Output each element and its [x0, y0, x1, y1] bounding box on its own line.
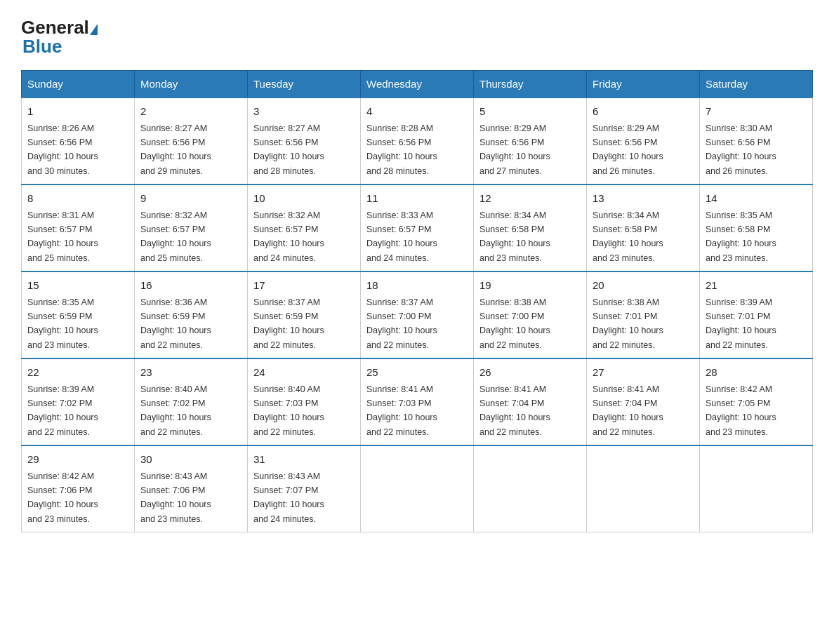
- calendar-day-cell: 10Sunrise: 8:32 AMSunset: 6:57 PMDayligh…: [248, 185, 361, 271]
- day-number: 29: [27, 452, 128, 468]
- calendar-day-cell: 2Sunrise: 8:27 AMSunset: 6:56 PMDaylight…: [135, 98, 248, 184]
- calendar-day-cell: 15Sunrise: 8:35 AMSunset: 6:59 PMDayligh…: [22, 271, 135, 358]
- day-info: Sunrise: 8:34 AMSunset: 6:58 PMDaylight:…: [593, 210, 663, 263]
- day-info: Sunrise: 8:41 AMSunset: 7:04 PMDaylight:…: [479, 384, 550, 437]
- calendar-day-cell: 5Sunrise: 8:29 AMSunset: 6:56 PMDaylight…: [474, 98, 587, 184]
- day-number: 30: [140, 452, 241, 468]
- calendar-day-cell: [361, 445, 474, 532]
- calendar-day-cell: [587, 445, 700, 532]
- day-number: 8: [27, 191, 128, 207]
- day-info: Sunrise: 8:34 AMSunset: 6:58 PMDaylight:…: [479, 210, 550, 263]
- day-number: 17: [253, 278, 355, 294]
- header-friday: Friday: [587, 71, 700, 98]
- calendar-day-cell: 9Sunrise: 8:32 AMSunset: 6:57 PMDaylight…: [135, 185, 248, 271]
- day-number: 10: [253, 191, 355, 207]
- header-sunday: Sunday: [22, 71, 135, 98]
- header-saturday: Saturday: [700, 71, 813, 98]
- day-number: 12: [479, 191, 581, 207]
- calendar-day-cell: 27Sunrise: 8:41 AMSunset: 7:04 PMDayligh…: [587, 358, 700, 445]
- day-number: 25: [366, 365, 468, 381]
- day-info: Sunrise: 8:41 AMSunset: 7:04 PMDaylight:…: [593, 384, 663, 437]
- calendar-day-cell: 21Sunrise: 8:39 AMSunset: 7:01 PMDayligh…: [700, 271, 813, 358]
- calendar-day-cell: 12Sunrise: 8:34 AMSunset: 6:58 PMDayligh…: [474, 185, 587, 271]
- day-info: Sunrise: 8:29 AMSunset: 6:56 PMDaylight:…: [479, 123, 550, 176]
- day-number: 31: [253, 452, 355, 468]
- day-number: 16: [140, 278, 241, 294]
- day-info: Sunrise: 8:42 AMSunset: 7:05 PMDaylight:…: [706, 384, 776, 437]
- day-number: 5: [479, 104, 581, 120]
- calendar-day-cell: 20Sunrise: 8:38 AMSunset: 7:01 PMDayligh…: [587, 271, 700, 358]
- calendar-day-cell: 7Sunrise: 8:30 AMSunset: 6:56 PMDaylight…: [700, 98, 813, 184]
- day-info: Sunrise: 8:39 AMSunset: 7:01 PMDaylight:…: [706, 297, 776, 350]
- calendar-week-row: 29Sunrise: 8:42 AMSunset: 7:06 PMDayligh…: [22, 445, 813, 532]
- day-number: 13: [593, 191, 694, 207]
- day-info: Sunrise: 8:35 AMSunset: 6:58 PMDaylight:…: [706, 210, 776, 263]
- calendar-day-cell: 26Sunrise: 8:41 AMSunset: 7:04 PMDayligh…: [474, 358, 587, 445]
- day-info: Sunrise: 8:37 AMSunset: 6:59 PMDaylight:…: [253, 297, 324, 350]
- calendar-week-row: 8Sunrise: 8:31 AMSunset: 6:57 PMDaylight…: [22, 185, 813, 271]
- day-number: 9: [140, 191, 241, 207]
- day-info: Sunrise: 8:32 AMSunset: 6:57 PMDaylight:…: [253, 210, 324, 263]
- calendar-day-cell: 6Sunrise: 8:29 AMSunset: 6:56 PMDaylight…: [587, 98, 700, 184]
- day-number: 1: [27, 104, 128, 120]
- calendar-day-cell: 16Sunrise: 8:36 AMSunset: 6:59 PMDayligh…: [135, 271, 248, 358]
- calendar-week-row: 22Sunrise: 8:39 AMSunset: 7:02 PMDayligh…: [22, 358, 813, 445]
- day-number: 23: [140, 365, 241, 381]
- day-number: 3: [253, 104, 355, 120]
- day-number: 18: [366, 278, 468, 294]
- day-info: Sunrise: 8:28 AMSunset: 6:56 PMDaylight:…: [366, 123, 437, 176]
- header-monday: Monday: [135, 71, 248, 98]
- day-number: 28: [706, 365, 807, 381]
- day-info: Sunrise: 8:36 AMSunset: 6:59 PMDaylight:…: [140, 297, 211, 350]
- day-number: 21: [706, 278, 807, 294]
- day-info: Sunrise: 8:27 AMSunset: 6:56 PMDaylight:…: [253, 123, 324, 176]
- calendar-day-cell: 11Sunrise: 8:33 AMSunset: 6:57 PMDayligh…: [361, 185, 474, 271]
- calendar-day-cell: 14Sunrise: 8:35 AMSunset: 6:58 PMDayligh…: [700, 185, 813, 271]
- header-tuesday: Tuesday: [248, 71, 361, 98]
- logo-triangle-icon: [90, 24, 98, 35]
- day-number: 15: [27, 278, 128, 294]
- day-info: Sunrise: 8:43 AMSunset: 7:07 PMDaylight:…: [253, 471, 324, 524]
- calendar-day-cell: 25Sunrise: 8:41 AMSunset: 7:03 PMDayligh…: [361, 358, 474, 445]
- calendar-day-cell: 28Sunrise: 8:42 AMSunset: 7:05 PMDayligh…: [700, 358, 813, 445]
- calendar-day-cell: 8Sunrise: 8:31 AMSunset: 6:57 PMDaylight…: [22, 185, 135, 271]
- calendar-day-cell: 29Sunrise: 8:42 AMSunset: 7:06 PMDayligh…: [22, 445, 135, 532]
- calendar-day-cell: 19Sunrise: 8:38 AMSunset: 7:00 PMDayligh…: [474, 271, 587, 358]
- calendar-day-cell: 22Sunrise: 8:39 AMSunset: 7:02 PMDayligh…: [22, 358, 135, 445]
- day-number: 20: [593, 278, 694, 294]
- calendar-day-cell: 3Sunrise: 8:27 AMSunset: 6:56 PMDaylight…: [248, 98, 361, 184]
- calendar-day-cell: 18Sunrise: 8:37 AMSunset: 7:00 PMDayligh…: [361, 271, 474, 358]
- logo-blue-text: Blue: [22, 36, 98, 58]
- day-number: 4: [366, 104, 468, 120]
- day-number: 27: [593, 365, 694, 381]
- day-number: 24: [253, 365, 355, 381]
- calendar-day-cell: 4Sunrise: 8:28 AMSunset: 6:56 PMDaylight…: [361, 98, 474, 184]
- page-header: General Blue: [21, 14, 813, 58]
- calendar-day-cell: 31Sunrise: 8:43 AMSunset: 7:07 PMDayligh…: [248, 445, 361, 532]
- day-info: Sunrise: 8:32 AMSunset: 6:57 PMDaylight:…: [140, 210, 211, 263]
- calendar-day-cell: 17Sunrise: 8:37 AMSunset: 6:59 PMDayligh…: [248, 271, 361, 358]
- day-info: Sunrise: 8:37 AMSunset: 7:00 PMDaylight:…: [366, 297, 437, 350]
- day-info: Sunrise: 8:40 AMSunset: 7:03 PMDaylight:…: [253, 384, 324, 437]
- day-number: 19: [479, 278, 581, 294]
- calendar-day-cell: 30Sunrise: 8:43 AMSunset: 7:06 PMDayligh…: [135, 445, 248, 532]
- calendar-spacer-row: [22, 532, 813, 532]
- logo: General Blue: [21, 17, 98, 58]
- day-info: Sunrise: 8:43 AMSunset: 7:06 PMDaylight:…: [140, 471, 211, 524]
- header-thursday: Thursday: [474, 71, 587, 98]
- calendar-day-cell: 24Sunrise: 8:40 AMSunset: 7:03 PMDayligh…: [248, 358, 361, 445]
- day-number: 2: [140, 104, 241, 120]
- header-row: SundayMondayTuesdayWednesdayThursdayFrid…: [22, 71, 813, 98]
- day-info: Sunrise: 8:39 AMSunset: 7:02 PMDaylight:…: [27, 384, 98, 437]
- day-info: Sunrise: 8:42 AMSunset: 7:06 PMDaylight:…: [27, 471, 98, 524]
- day-info: Sunrise: 8:41 AMSunset: 7:03 PMDaylight:…: [366, 384, 437, 437]
- calendar-day-cell: 1Sunrise: 8:26 AMSunset: 6:56 PMDaylight…: [22, 98, 135, 184]
- day-number: 6: [593, 104, 694, 120]
- calendar-day-cell: 13Sunrise: 8:34 AMSunset: 6:58 PMDayligh…: [587, 185, 700, 271]
- calendar-day-cell: [474, 445, 587, 532]
- calendar-day-cell: 23Sunrise: 8:40 AMSunset: 7:02 PMDayligh…: [135, 358, 248, 445]
- day-info: Sunrise: 8:33 AMSunset: 6:57 PMDaylight:…: [366, 210, 437, 263]
- day-number: 11: [366, 191, 468, 207]
- calendar-day-cell: [700, 445, 813, 532]
- day-info: Sunrise: 8:35 AMSunset: 6:59 PMDaylight:…: [27, 297, 98, 350]
